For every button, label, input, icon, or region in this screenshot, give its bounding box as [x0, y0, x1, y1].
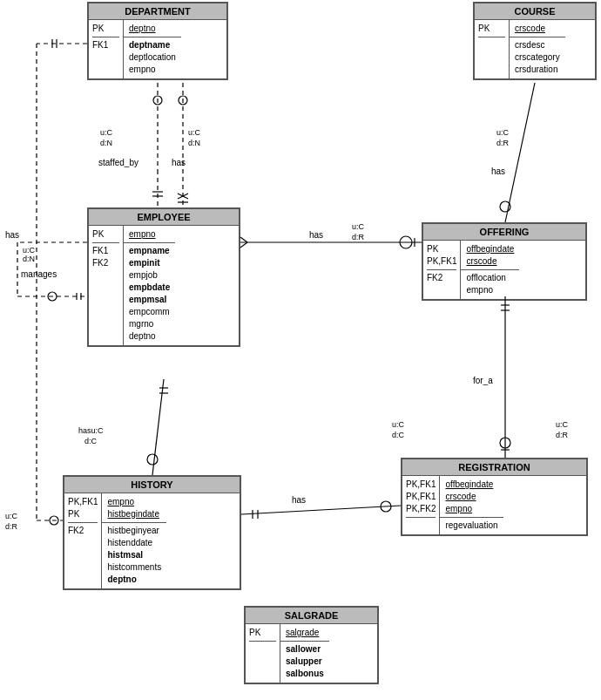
course-attrs: crscode crsdesc crscategory crsduration [510, 20, 565, 78]
svg-text:has: has [292, 495, 306, 505]
employee-keys: PK FK1 FK2 [89, 226, 124, 345]
svg-line-42 [505, 83, 535, 222]
svg-text:for_a: for_a [473, 376, 493, 385]
svg-point-50 [500, 438, 510, 448]
salgrade-keys: PK [246, 624, 280, 683]
employee-attrs: empno empname empinit empjob empbdate em… [124, 226, 175, 345]
svg-text:d:R: d:R [352, 233, 365, 241]
svg-point-66 [381, 501, 391, 512]
svg-point-7 [179, 96, 187, 105]
offering-keys: PK PK,FK1 FK2 [423, 241, 461, 299]
course-keys: PK [475, 20, 510, 78]
salgrade-attrs: salgrade sallower salupper salbonus [280, 624, 329, 683]
svg-line-57 [152, 379, 164, 475]
svg-line-36 [240, 242, 247, 248]
registration-entity: REGISTRATION PK,FK1 PK,FK1 PK,FK2 offbeg… [401, 458, 588, 536]
svg-text:has: has [5, 230, 19, 240]
department-title: DEPARTMENT [89, 3, 226, 20]
offering-title: OFFERING [423, 224, 585, 241]
svg-point-43 [500, 201, 510, 212]
svg-text:staffed_by: staffed_by [98, 158, 138, 167]
history-entity: HISTORY PK,FK1 PK FK2 empno histbegindat… [63, 475, 241, 590]
course-title: COURSE [475, 3, 595, 20]
offering-attrs: offbegindate crscode offlocation empno [461, 241, 519, 299]
svg-text:u:C: u:C [100, 128, 113, 137]
svg-text:d:C: d:C [392, 431, 405, 439]
svg-text:u:C: u:C [392, 420, 405, 429]
employee-entity: EMPLOYEE PK FK1 FK2 empno empname empini… [87, 207, 240, 347]
svg-text:d:C: d:C [84, 437, 98, 445]
svg-point-2 [153, 96, 162, 105]
svg-point-37 [400, 236, 412, 248]
svg-text:d:N: d:N [100, 139, 112, 147]
svg-line-8 [178, 194, 188, 199]
department-keys: PK FK1 [89, 20, 124, 78]
offering-entity: OFFERING PK PK,FK1 FK2 offbegindate crsc… [422, 222, 587, 301]
svg-text:d:R: d:R [496, 139, 510, 147]
registration-title: REGISTRATION [402, 459, 586, 476]
employee-title: EMPLOYEE [89, 209, 239, 226]
svg-point-31 [50, 516, 58, 525]
svg-text:has: has [172, 158, 186, 167]
history-attrs: empno histbegindate histbeginyear histen… [102, 493, 166, 588]
svg-text:d:N: d:N [188, 139, 200, 147]
relationship-lines: staffed_by has u:C d:N u:C d:N has manag… [0, 0, 601, 700]
svg-text:u:C: u:C [352, 222, 365, 231]
svg-line-63 [241, 506, 401, 514]
svg-point-60 [147, 454, 158, 465]
svg-text:d:R: d:R [556, 431, 569, 439]
department-attrs: deptno deptname deptlocation empno [124, 20, 181, 78]
svg-line-35 [240, 237, 247, 242]
registration-attrs: offbegindate crscode empno regevaluation [440, 476, 503, 534]
svg-text:u:C: u:C [5, 512, 18, 520]
svg-text:d:N: d:N [23, 255, 35, 263]
svg-text:u:C: u:C [188, 128, 201, 137]
svg-line-9 [178, 194, 188, 199]
svg-text:u:C: u:C [496, 128, 510, 137]
svg-point-19 [48, 292, 57, 301]
registration-keys: PK,FK1 PK,FK1 PK,FK2 [402, 476, 440, 534]
salgrade-entity: SALGRADE PK salgrade sallower salupper s… [244, 606, 379, 684]
svg-text:hasu:C: hasu:C [78, 426, 104, 435]
svg-text:has: has [491, 167, 505, 176]
svg-text:d:R: d:R [5, 522, 18, 531]
history-title: HISTORY [64, 477, 240, 493]
diagram-container: COURSE PK crscode crsdesc crscategory cr… [0, 0, 601, 700]
svg-text:u:C: u:C [23, 246, 36, 255]
department-entity: DEPARTMENT PK FK1 deptno deptname deptlo… [87, 2, 228, 80]
svg-text:has: has [309, 230, 323, 240]
salgrade-title: SALGRADE [246, 608, 377, 624]
course-entity: COURSE PK crscode crsdesc crscategory cr… [473, 2, 597, 80]
history-keys: PK,FK1 PK FK2 [64, 493, 102, 588]
svg-text:u:C: u:C [556, 420, 569, 429]
svg-text:manages: manages [21, 269, 57, 279]
